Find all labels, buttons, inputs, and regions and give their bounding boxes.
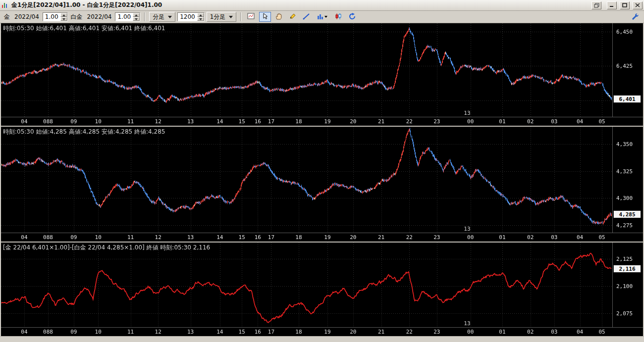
toolbar-separator — [240, 12, 241, 21]
chart-area: 時刻:05:30 始値:6,401 高値:6,401 安値:6,401 終値:6… — [0, 23, 644, 336]
line-tool-icon — [303, 12, 311, 22]
platinum-contract-field[interactable]: 2022/04 — [86, 13, 113, 21]
layout-tool-button[interactable] — [245, 12, 257, 22]
spin-up-icon[interactable] — [197, 13, 204, 17]
refresh-icon — [348, 12, 356, 22]
timeframe-label: 1分足 — [210, 13, 226, 21]
platinum-ohlc-info: 時刻:05:30 始値:4,285 高値:4,285 安値:4,285 終値:4… — [3, 128, 165, 136]
chevron-down-icon — [229, 16, 233, 18]
spin-down-icon[interactable] — [60, 17, 67, 21]
candle-type-icon — [334, 12, 342, 22]
chart-panel-spread: [金 22/04 6,401×1.00]-[白金 22/04 4,285×1.0… — [1, 242, 643, 336]
spread-info: [金 22/04 6,401×1.00]-[白金 22/04 4,285×1.0… — [3, 244, 210, 252]
refresh-button[interactable] — [346, 12, 358, 22]
timeframe-dropdown[interactable]: 1分足 — [207, 12, 237, 22]
gold-contract-field[interactable]: 2022/04 — [13, 13, 41, 21]
period-type-label: 分足 — [153, 13, 164, 21]
settings-button[interactable] — [629, 12, 641, 22]
gold-last-price-box: 6,401 — [613, 95, 641, 103]
maximize-button[interactable] — [620, 1, 630, 9]
platinum-multiplier-spinner: 1.00 — [115, 12, 140, 21]
chart-type-button[interactable] — [332, 12, 344, 22]
chart-panel-gold: 時刻:05:30 始値:6,401 高値:6,401 安値:6,401 終値:6… — [1, 23, 643, 126]
title-bar[interactable]: 金1分足[2022/04]1.00 - 白金1分足[2022/04]1.00 — [0, 0, 644, 11]
status-strip — [0, 336, 644, 342]
platinum-multiplier-value[interactable]: 1.00 — [115, 13, 133, 21]
bar-count-value[interactable]: 1200 — [178, 13, 197, 21]
gold-label: 金 — [4, 13, 10, 21]
spread-last-value-box: 2,116 — [613, 265, 641, 273]
chevron-down-icon — [168, 16, 172, 18]
pin-window-button[interactable] — [591, 1, 601, 9]
layout-icon — [247, 12, 255, 22]
pencil-icon — [289, 12, 297, 22]
cursor-tool-button[interactable] — [259, 12, 271, 22]
spin-down-icon[interactable] — [197, 17, 204, 21]
spin-down-icon[interactable] — [133, 17, 140, 21]
hand-tool-button[interactable] — [273, 12, 285, 22]
window-title: 金1分足[2022/04]1.00 - 白金1分足[2022/04]1.00 — [11, 1, 589, 9]
gold-candlestick-chart[interactable] — [1, 23, 643, 126]
gold-multiplier-value[interactable]: 1.00 — [43, 13, 60, 21]
line-tool-button[interactable] — [301, 12, 313, 22]
spinner-arrows — [197, 13, 204, 21]
pencil-tool-button[interactable] — [287, 12, 299, 22]
spin-up-icon[interactable] — [60, 13, 67, 17]
app-chart-icon — [1, 2, 9, 9]
cursor-icon — [261, 12, 269, 22]
spread-line-chart[interactable] — [1, 243, 643, 336]
toolbar-separator — [144, 12, 145, 21]
platinum-label: 白金 — [71, 13, 83, 21]
indicator-chart-icon — [317, 12, 328, 22]
app-window: 金1分足[2022/04]1.00 - 白金1分足[2022/04]1.00 金… — [0, 0, 644, 342]
chart-panel-platinum: 時刻:05:30 始値:4,285 高値:4,285 安値:4,285 終値:4… — [1, 126, 643, 242]
period-type-dropdown[interactable]: 分足 — [149, 12, 175, 22]
indicator-dropdown-button[interactable] — [315, 12, 330, 22]
platinum-last-price-box: 4,285 — [613, 210, 641, 218]
platinum-candlestick-chart[interactable] — [1, 127, 643, 242]
spinner-arrows — [60, 13, 67, 21]
close-button[interactable] — [633, 1, 643, 9]
toolbar: 金 2022/04 1.00 白金 2022/04 1.00 分足 1200 — [0, 11, 644, 23]
gold-multiplier-spinner: 1.00 — [43, 12, 68, 21]
spin-up-icon[interactable] — [133, 13, 140, 17]
gold-ohlc-info: 時刻:05:30 始値:6,401 高値:6,401 安値:6,401 終値:6… — [3, 24, 165, 33]
hand-icon — [275, 12, 283, 22]
minimize-button[interactable] — [607, 1, 617, 9]
bar-count-spinner: 1200 — [177, 12, 205, 21]
spinner-arrows — [133, 13, 140, 21]
settings-wrench-icon — [631, 12, 639, 22]
